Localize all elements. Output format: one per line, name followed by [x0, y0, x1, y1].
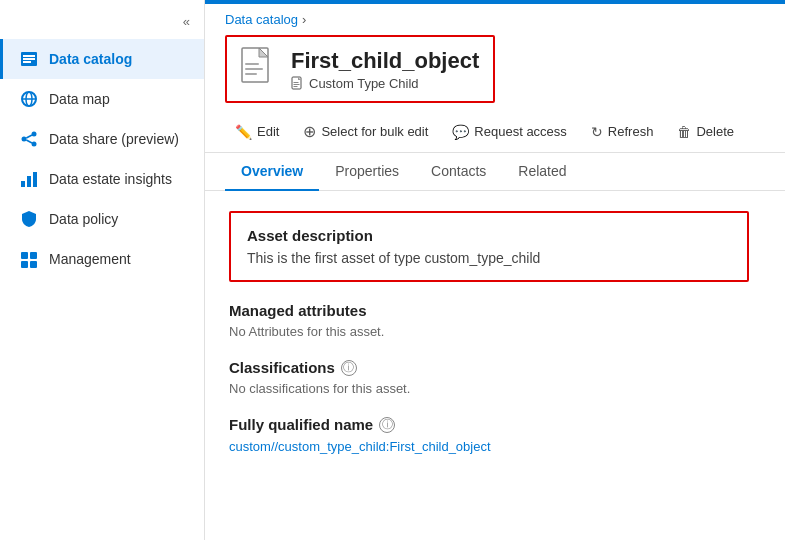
svg-rect-26	[294, 86, 298, 87]
refresh-icon: ↻	[591, 124, 603, 140]
svg-rect-18	[30, 261, 37, 268]
edit-icon: ✏️	[235, 124, 252, 140]
tab-overview[interactable]: Overview	[225, 153, 319, 191]
classifications-empty: No classifications for this asset.	[229, 381, 761, 396]
share-icon	[19, 129, 39, 149]
sidebar-item-data-estate[interactable]: Data estate insights	[0, 159, 204, 199]
sidebar-item-data-map[interactable]: Data map	[0, 79, 204, 119]
tab-properties[interactable]: Properties	[319, 153, 415, 191]
asset-file-icon	[241, 47, 277, 91]
managed-attributes-empty: No Attributes for this asset.	[229, 324, 761, 339]
asset-description-box: Asset description This is the first asse…	[229, 211, 749, 282]
sidebar-item-data-share[interactable]: Data share (preview)	[0, 119, 204, 159]
sidebar-label-data-share: Data share (preview)	[49, 131, 179, 147]
svg-rect-14	[33, 172, 37, 187]
map-icon	[19, 89, 39, 109]
sidebar-item-data-catalog[interactable]: Data catalog	[0, 39, 204, 79]
delete-icon: 🗑	[677, 124, 691, 140]
main-content: Data catalog › First_child_object	[205, 0, 785, 540]
message-icon: 💬	[452, 124, 469, 140]
sidebar-label-data-estate: Data estate insights	[49, 171, 172, 187]
description-text: This is the first asset of type custom_t…	[247, 250, 731, 266]
sidebar-label-data-catalog: Data catalog	[49, 51, 132, 67]
asset-header: First_child_object Custom Type Child	[225, 35, 495, 103]
breadcrumb-separator: ›	[302, 12, 306, 27]
svg-rect-22	[245, 73, 257, 75]
content-area: Asset description This is the first asse…	[205, 191, 785, 540]
edit-button[interactable]: ✏️ Edit	[225, 119, 289, 145]
svg-rect-13	[27, 176, 31, 187]
tab-related[interactable]: Related	[502, 153, 582, 191]
svg-rect-3	[23, 61, 31, 63]
sidebar-item-management[interactable]: Management	[0, 239, 204, 279]
svg-rect-17	[21, 261, 28, 268]
sidebar-item-data-policy[interactable]: Data policy	[0, 199, 204, 239]
subtitle-icon	[291, 76, 305, 90]
sidebar-collapse-area: «	[0, 8, 204, 39]
classifications-title: Classifications	[229, 359, 335, 376]
toolbar: ✏️ Edit ⊕ Select for bulk edit 💬 Request…	[205, 111, 785, 153]
fqn-value[interactable]: custom//custom_type_child:First_child_ob…	[229, 439, 491, 454]
svg-rect-12	[21, 181, 25, 187]
tab-contacts[interactable]: Contacts	[415, 153, 502, 191]
svg-rect-20	[245, 63, 259, 65]
svg-rect-24	[294, 82, 299, 83]
collapse-button[interactable]: «	[179, 12, 194, 31]
svg-point-9	[32, 142, 37, 147]
sidebar-label-management: Management	[49, 251, 131, 267]
svg-line-11	[26, 135, 32, 138]
svg-rect-2	[23, 58, 35, 60]
breadcrumb-item[interactable]: Data catalog	[225, 12, 298, 27]
breadcrumb: Data catalog ›	[205, 4, 785, 31]
plus-circle-icon: ⊕	[303, 122, 316, 141]
catalog-icon	[19, 49, 39, 69]
classifications-info-icon[interactable]: ⓘ	[341, 360, 357, 376]
sidebar: « Data catalog Data map	[0, 0, 205, 540]
asset-subtitle: Custom Type Child	[291, 76, 479, 91]
classifications-section: Classifications ⓘ No classifications for…	[229, 359, 761, 396]
description-title: Asset description	[247, 227, 731, 244]
delete-button[interactable]: 🗑 Delete	[667, 119, 744, 145]
svg-point-8	[22, 137, 27, 142]
refresh-button[interactable]: ↻ Refresh	[581, 119, 664, 145]
sidebar-label-data-policy: Data policy	[49, 211, 118, 227]
policy-icon	[19, 209, 39, 229]
managed-attributes-section: Managed attributes No Attributes for thi…	[229, 302, 761, 339]
request-access-button[interactable]: 💬 Request access	[442, 119, 577, 145]
management-icon	[19, 249, 39, 269]
fqn-section: Fully qualified name ⓘ custom//custom_ty…	[229, 416, 761, 454]
svg-point-7	[32, 132, 37, 137]
svg-rect-21	[245, 68, 263, 70]
bulk-edit-button[interactable]: ⊕ Select for bulk edit	[293, 117, 438, 146]
asset-title: First_child_object	[291, 48, 479, 74]
insights-icon	[19, 169, 39, 189]
sidebar-label-data-map: Data map	[49, 91, 110, 107]
svg-rect-16	[30, 252, 37, 259]
tabs: Overview Properties Contacts Related	[205, 153, 785, 191]
fqn-info-icon[interactable]: ⓘ	[379, 417, 395, 433]
svg-rect-1	[23, 55, 35, 57]
managed-attributes-title: Managed attributes	[229, 302, 367, 319]
asset-info: First_child_object Custom Type Child	[291, 48, 479, 91]
svg-rect-25	[294, 84, 300, 85]
fqn-title: Fully qualified name	[229, 416, 373, 433]
svg-line-10	[26, 140, 32, 143]
svg-rect-15	[21, 252, 28, 259]
